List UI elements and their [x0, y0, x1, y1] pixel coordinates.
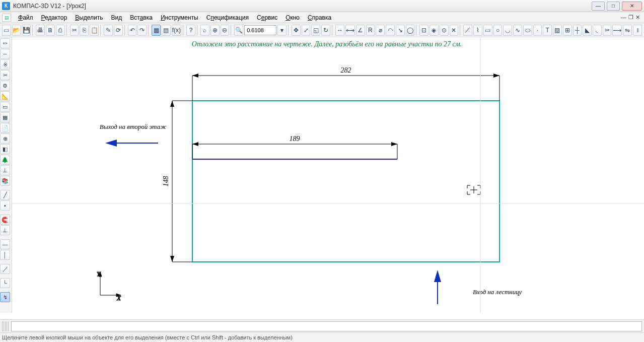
menu-edit[interactable]: Редактор — [37, 13, 71, 22]
dim-aligned-button[interactable]: ⟷ — [345, 25, 355, 36]
plot-button[interactable]: ⎙ — [56, 25, 65, 36]
dim-linear-button[interactable]: ↔ — [335, 25, 344, 36]
vline-button[interactable]: │ — [0, 250, 10, 260]
aux-line-button[interactable]: ╱ — [0, 190, 10, 200]
arc-button[interactable]: ◡ — [503, 25, 512, 36]
rect-button[interactable]: ▭ — [483, 25, 492, 36]
views-panel-button[interactable]: ◧ — [0, 144, 10, 154]
paste-button[interactable]: 📋 — [90, 25, 99, 36]
edit-panel-button[interactable]: ✂ — [0, 70, 10, 80]
drawing-canvas[interactable]: Отложем это расстояние на чертеже. Далее… — [12, 37, 644, 313]
zoom-out-button[interactable]: ⊖ — [221, 25, 230, 36]
copy-button[interactable]: ⎘ — [80, 25, 89, 36]
text-button[interactable]: T — [543, 25, 552, 36]
minimize-button[interactable]: — — [592, 2, 605, 11]
menu-tools[interactable]: Инструменты — [157, 13, 202, 22]
doc-menu-icon[interactable]: ▤ — [2, 14, 11, 22]
circle-button[interactable]: ○ — [493, 25, 503, 36]
close-button[interactable]: ✕ — [622, 2, 642, 11]
line-button[interactable]: ／ — [463, 25, 472, 36]
mdi-restore-button[interactable]: ❐ — [628, 14, 633, 21]
measure-panel-button[interactable]: 📐 — [0, 91, 10, 101]
menu-window[interactable]: Окно — [281, 13, 304, 22]
dim-angle-button[interactable]: ∠ — [356, 25, 365, 36]
zoom-in-button[interactable]: ⊕ — [210, 25, 220, 36]
menu-spec[interactable]: Спецификация — [202, 13, 253, 22]
snap-mid-button[interactable]: ◈ — [430, 25, 439, 36]
preview-button[interactable]: 🗎 — [46, 25, 55, 36]
refresh-button[interactable]: ⟳ — [114, 25, 123, 36]
params-panel-button[interactable]: ⚙ — [0, 81, 10, 91]
dim-radius-button[interactable]: R — [366, 25, 375, 36]
redo-button[interactable]: ↷ — [137, 25, 147, 36]
menu-select[interactable]: Выделить — [71, 13, 107, 22]
new-button[interactable]: ▭ — [2, 25, 11, 36]
corner-button[interactable]: └ — [0, 278, 10, 288]
hatch-button[interactable]: ▨ — [553, 25, 562, 36]
tree-panel-button[interactable]: 🌲 — [0, 155, 10, 165]
active-tool-button[interactable]: ↯ — [0, 292, 10, 302]
save-button[interactable]: 💾 — [22, 25, 31, 36]
pan-button[interactable]: ✥ — [292, 25, 301, 36]
report-panel-button[interactable]: 📄 — [0, 123, 10, 133]
symbols-panel-button[interactable]: ※ — [0, 59, 10, 70]
mdi-minimize-button[interactable]: — — [621, 14, 626, 21]
print-button[interactable]: 🖶 — [36, 25, 45, 36]
trim-button[interactable]: ✂ — [603, 25, 612, 36]
zoom-window-button[interactable]: ⌕ — [200, 25, 209, 36]
select-panel-button[interactable]: ▭ — [0, 102, 10, 112]
zoom-fit-button[interactable]: ⤢ — [302, 25, 311, 36]
dim-diameter-button[interactable]: ⌀ — [376, 25, 385, 36]
cut-button[interactable]: ✂ — [70, 25, 79, 36]
zoom-prev-button[interactable]: ◱ — [311, 25, 320, 36]
menu-service[interactable]: Сервис — [253, 13, 281, 22]
geometry-panel-button[interactable]: ✏ — [0, 38, 10, 48]
spline-button[interactable]: ∿ — [513, 25, 522, 36]
point-button[interactable]: · — [533, 25, 542, 36]
context-help-button[interactable]: ? — [186, 25, 195, 36]
brush-button[interactable]: ✎ — [104, 25, 113, 36]
mdi-close-button[interactable]: ✕ — [635, 14, 640, 21]
menu-file[interactable]: Файл — [14, 13, 37, 22]
menu-insert[interactable]: Вставка — [126, 13, 157, 22]
maximize-button[interactable]: □ — [607, 2, 620, 11]
polyline-button[interactable]: ⌇ — [473, 25, 482, 36]
balloon-button[interactable]: ◯ — [406, 25, 415, 36]
spec-panel-button[interactable]: ▦ — [0, 112, 10, 122]
zoom-value-input[interactable] — [244, 25, 276, 35]
hline-button[interactable]: — — [0, 239, 10, 249]
constraints-button[interactable]: ⊥ — [0, 165, 10, 175]
variables-button[interactable]: f(x) — [172, 25, 181, 36]
insert-panel-button[interactable]: ⊕ — [0, 133, 10, 144]
ortho-toggle-button[interactable]: ⊥ — [0, 225, 10, 235]
properties-button[interactable]: ▦ — [152, 25, 161, 36]
aux-point-button[interactable]: • — [0, 200, 10, 211]
command-input[interactable] — [11, 321, 642, 331]
zoom-dropdown-button[interactable]: ▾ — [277, 25, 287, 36]
seg-line-button[interactable]: ／ — [0, 264, 10, 274]
dimensions-panel-button[interactable]: ↔ — [0, 49, 10, 59]
menu-help[interactable]: Справка — [304, 13, 335, 22]
zoom-dynamic-button[interactable]: 🔍 — [234, 25, 243, 36]
snap-end-button[interactable]: ⊡ — [419, 25, 428, 36]
table-button[interactable]: ⊞ — [563, 25, 572, 36]
snap-center-button[interactable]: ⊙ — [440, 25, 449, 36]
axis-button[interactable]: ┼ — [573, 25, 582, 36]
dim-arc-button[interactable]: ◠ — [386, 25, 395, 36]
fillet-button[interactable]: ◟ — [593, 25, 602, 36]
layers-button[interactable]: ▤ — [162, 25, 171, 36]
open-button[interactable]: 📂 — [12, 25, 21, 36]
chamfer-button[interactable]: ◣ — [583, 25, 592, 36]
extend-button[interactable]: ⟶ — [612, 25, 622, 36]
leader-button[interactable]: ↘ — [396, 25, 405, 36]
undo-button[interactable]: ↶ — [128, 25, 137, 36]
menu-view[interactable]: Вид — [107, 13, 126, 22]
snap-intersect-button[interactable]: ✕ — [450, 25, 459, 36]
regen-button[interactable]: ↻ — [321, 25, 330, 36]
offset-button[interactable]: ⫴ — [633, 25, 642, 36]
ellipse-button[interactable]: ⬭ — [523, 25, 532, 36]
mirror-button[interactable]: ⇋ — [623, 25, 632, 36]
magnet-button[interactable]: 🧲 — [0, 215, 10, 225]
library-button[interactable]: 📚 — [0, 176, 10, 186]
command-bar-handle[interactable] — [2, 321, 9, 331]
